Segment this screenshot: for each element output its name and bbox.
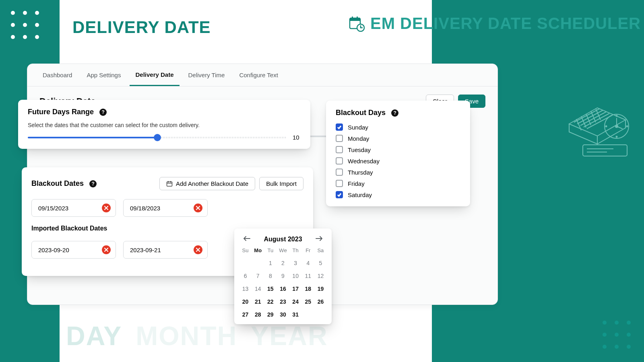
calendar-next-button[interactable] bbox=[314, 234, 324, 244]
svg-rect-14 bbox=[170, 181, 171, 183]
blackout-days-card: Blackout Days ? SundayMondayTuesdayWedne… bbox=[326, 101, 470, 206]
tab-configure-text[interactable]: Configure Text bbox=[233, 65, 283, 85]
calendar-day[interactable]: 26 bbox=[314, 297, 327, 306]
future-days-value: 10 bbox=[293, 134, 301, 141]
remove-date-button[interactable] bbox=[102, 204, 111, 212]
calendar-day[interactable]: 9 bbox=[277, 271, 289, 281]
calendar-month-label: August 2023 bbox=[264, 236, 302, 243]
blackout-day-checkbox[interactable] bbox=[336, 123, 343, 131]
blackout-day-checkbox[interactable] bbox=[336, 135, 343, 142]
calendar-day[interactable]: 4 bbox=[302, 258, 314, 268]
blackout-day-checkbox[interactable] bbox=[336, 157, 343, 165]
arrow-right-icon bbox=[316, 236, 323, 241]
help-icon[interactable]: ? bbox=[391, 109, 398, 117]
calendar-day[interactable]: 3 bbox=[289, 258, 302, 268]
blackout-day-checkbox[interactable] bbox=[336, 191, 343, 198]
calendar-day[interactable]: 1 bbox=[264, 258, 277, 268]
blackout-day-checkbox[interactable] bbox=[336, 146, 343, 153]
calendar-dow: Fr bbox=[302, 247, 314, 255]
blackout-day-label: Friday bbox=[348, 180, 365, 187]
tab-bar: DashboardApp SettingsDelivery DateDelive… bbox=[27, 64, 497, 86]
blackout-day-row: Thursday bbox=[336, 169, 460, 176]
brand-title: EM DELIVERY DATE SCHEDULER bbox=[349, 14, 641, 33]
calendar-dow: Th bbox=[289, 247, 302, 255]
blackout-date-pill[interactable]: 09/15/2023 bbox=[31, 199, 116, 217]
slider-thumb[interactable] bbox=[154, 134, 161, 141]
bg-word-day: DAY bbox=[66, 321, 122, 351]
imported-date-pill[interactable]: 2023-09-21 bbox=[123, 241, 208, 259]
bg-word-month: MONTH bbox=[136, 321, 237, 351]
svg-rect-2 bbox=[352, 16, 353, 19]
calendar-day[interactable]: 21 bbox=[252, 297, 264, 306]
svg-point-9 bbox=[606, 126, 607, 127]
calendar-day[interactable]: 14 bbox=[252, 284, 264, 294]
calendar-day[interactable]: 25 bbox=[302, 297, 314, 306]
blackout-day-row: Tuesday bbox=[336, 146, 460, 153]
calendar-clock-icon bbox=[349, 16, 365, 32]
brand-title-text: EM DELIVERY DATE SCHEDULER bbox=[370, 14, 641, 33]
calendar-day[interactable]: 30 bbox=[277, 310, 289, 319]
future-days-range-card: Future Days Range ? Select the dates tha… bbox=[18, 100, 310, 149]
calendar-day[interactable]: 31 bbox=[289, 310, 302, 319]
close-icon bbox=[104, 206, 109, 210]
bulk-import-button[interactable]: Bulk Import bbox=[259, 177, 303, 190]
svg-point-7 bbox=[616, 115, 617, 117]
blackout-day-label: Sunday bbox=[348, 124, 368, 131]
calendar-day[interactable]: 29 bbox=[264, 310, 277, 319]
calendar-day[interactable]: 6 bbox=[239, 271, 252, 281]
blackout-day-row: Friday bbox=[336, 180, 460, 187]
calendar-day[interactable]: 23 bbox=[277, 297, 289, 306]
calendar-day[interactable]: 22 bbox=[264, 297, 277, 306]
calendar-dow: We bbox=[277, 247, 289, 255]
blackout-date-value: 09/18/2023 bbox=[130, 205, 160, 212]
calendar-day[interactable]: 20 bbox=[239, 297, 252, 306]
tab-app-settings[interactable]: App Settings bbox=[81, 65, 126, 85]
help-icon[interactable]: ? bbox=[89, 180, 97, 187]
calendar-day[interactable]: 19 bbox=[314, 284, 327, 294]
remove-date-button[interactable] bbox=[102, 245, 111, 254]
blackout-day-label: Saturday bbox=[348, 191, 372, 198]
decor-dots-bottom-right bbox=[603, 321, 631, 349]
svg-point-8 bbox=[616, 136, 617, 138]
calendar-prev-button[interactable] bbox=[242, 234, 252, 244]
imported-date-pill[interactable]: 2023-09-20 bbox=[31, 241, 116, 259]
blackout-dates-title: Blackout Dates bbox=[31, 179, 84, 188]
calendar-day[interactable]: 2 bbox=[277, 258, 289, 268]
remove-date-button[interactable] bbox=[194, 245, 202, 254]
imported-date-value: 2023-09-20 bbox=[38, 247, 69, 253]
calendar-day[interactable]: 11 bbox=[302, 271, 314, 281]
calendar-day[interactable]: 5 bbox=[314, 258, 327, 268]
calendar-day[interactable]: 10 bbox=[289, 271, 302, 281]
tab-delivery-time[interactable]: Delivery Time bbox=[183, 65, 231, 85]
svg-rect-11 bbox=[583, 145, 627, 156]
blackout-day-checkbox[interactable] bbox=[336, 169, 343, 176]
svg-rect-12 bbox=[167, 182, 172, 186]
tab-delivery-date[interactable]: Delivery Date bbox=[130, 64, 179, 86]
remove-date-button[interactable] bbox=[194, 204, 202, 212]
calendar-day[interactable]: 17 bbox=[289, 284, 302, 294]
calendar-day[interactable]: 18 bbox=[302, 284, 314, 294]
blackout-day-row: Sunday bbox=[336, 123, 460, 131]
calendar-day[interactable]: 24 bbox=[289, 297, 302, 306]
arrow-left-icon bbox=[243, 236, 250, 241]
add-blackout-date-button[interactable]: Add Another Blackout Date bbox=[159, 177, 255, 190]
calendar-day[interactable]: 15 bbox=[264, 284, 277, 294]
calendar-day[interactable]: 28 bbox=[252, 310, 264, 319]
future-days-slider[interactable] bbox=[28, 136, 287, 140]
blackout-day-row: Saturday bbox=[336, 191, 460, 198]
tab-dashboard[interactable]: Dashboard bbox=[37, 65, 78, 85]
calendar-day[interactable]: 8 bbox=[264, 271, 277, 281]
calendar-dow: Tu bbox=[264, 247, 277, 255]
blackout-days-title: Blackout Days bbox=[336, 109, 386, 117]
blackout-day-checkbox[interactable] bbox=[336, 180, 343, 187]
calendar-day[interactable]: 13 bbox=[239, 284, 252, 294]
blackout-date-pill[interactable]: 09/18/2023 bbox=[123, 199, 208, 217]
calendar-day[interactable]: 12 bbox=[314, 271, 327, 281]
svg-rect-3 bbox=[357, 16, 358, 19]
future-days-range-desc: Select the dates that the customer can s… bbox=[28, 122, 301, 128]
calendar-day[interactable]: 27 bbox=[239, 310, 252, 319]
calendar-day[interactable]: 7 bbox=[252, 271, 264, 281]
calendar-day[interactable]: 16 bbox=[277, 284, 289, 294]
imported-date-value: 2023-09-21 bbox=[130, 247, 161, 253]
help-icon[interactable]: ? bbox=[99, 109, 107, 116]
